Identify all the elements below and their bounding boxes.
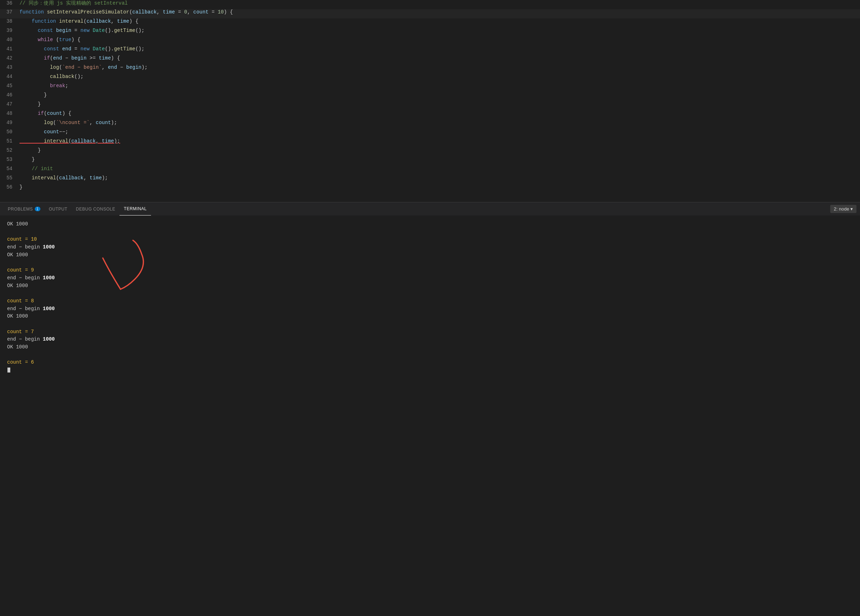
line-content: }: [19, 101, 41, 107]
line-number: 44: [0, 74, 19, 79]
line-number: 49: [0, 120, 19, 125]
line-number: 48: [0, 111, 19, 116]
line-number: 46: [0, 92, 19, 98]
terminal-line: [7, 320, 853, 328]
line-number: 37: [0, 9, 19, 15]
terminal-cursor-line: [7, 367, 853, 374]
terminal-line: count = 10: [7, 236, 853, 243]
line-content: interval(callback, time);: [19, 175, 108, 181]
terminal-line: [7, 351, 853, 359]
line-content: function setIntervalPreciseSimulator(cal…: [19, 9, 233, 15]
code-line-54: 54 // init: [0, 166, 860, 175]
line-content: if(end − begin >= time) {: [19, 55, 120, 61]
line-content: }: [19, 147, 41, 153]
tab-debug-console[interactable]: DEBUG CONSOLE: [72, 202, 119, 216]
terminal-line: OK 1000: [7, 282, 853, 290]
line-number: 56: [0, 184, 19, 190]
terminal-line: end − begin 1000: [7, 335, 853, 343]
line-content: log(`\ncount =`, count);: [19, 120, 117, 125]
code-line-55: 55 interval(callback, time);: [0, 175, 860, 184]
line-content: // init: [19, 166, 53, 172]
code-line-40: 40 while (true) {: [0, 37, 860, 46]
terminal-line: OK 1000: [7, 251, 853, 259]
terminal-line: count = 7: [7, 328, 853, 336]
line-content: }: [19, 92, 47, 98]
line-number: 51: [0, 138, 19, 144]
editor-area: 36// 同步：使用 js 实现精确的 setInterval37functio…: [0, 0, 860, 202]
terminal-dropdown[interactable]: 2: node ▾: [830, 205, 857, 213]
terminal-line: end − begin 1000: [7, 305, 853, 313]
terminal-line: OK 1000: [7, 343, 853, 351]
code-line-47: 47 }: [0, 101, 860, 111]
terminal-line: [7, 259, 853, 266]
line-content: }: [19, 157, 35, 162]
line-content: log(`end − begin`, end − begin);: [19, 64, 148, 70]
line-number: 55: [0, 175, 19, 181]
code-line-52: 52 }: [0, 147, 860, 157]
line-content: }: [19, 184, 23, 190]
code-line-50: 50 count−−;: [0, 129, 860, 138]
line-number: 41: [0, 46, 19, 52]
code-line-39: 39 const begin = new Date().getTime();: [0, 28, 860, 37]
line-number: 52: [0, 147, 19, 153]
terminal-line: OK 1000: [7, 221, 853, 228]
terminal-area: OK 1000 count = 10end − begin 1000OK 100…: [0, 215, 860, 616]
line-content: if(count) {: [19, 111, 71, 116]
code-line-43: 43 log(`end − begin`, end − begin);: [0, 64, 860, 74]
line-content: // 同步：使用 js 实现精确的 setInterval: [19, 0, 128, 6]
code-line-37: 37function setIntervalPreciseSimulator(c…: [0, 9, 860, 19]
terminal-line: end − begin 1000: [7, 274, 853, 282]
terminal-line: OK 1000: [7, 313, 853, 320]
line-content: const begin = new Date().getTime();: [19, 28, 144, 33]
terminal-line: [7, 228, 853, 236]
panel-tabs-bar: PROBLEMS1 OUTPUT DEBUG CONSOLE TERMINAL …: [0, 202, 860, 215]
terminal-line: count = 8: [7, 297, 853, 305]
code-line-45: 45 break;: [0, 83, 860, 92]
line-content: interval(callback, time);: [19, 138, 120, 144]
line-number: 36: [0, 0, 19, 6]
tab-output[interactable]: OUTPUT: [45, 202, 72, 216]
line-number: 54: [0, 166, 19, 172]
terminal-cursor: [8, 368, 10, 373]
terminal-line: count = 6: [7, 359, 853, 367]
line-number: 39: [0, 28, 19, 33]
code-line-38: 38 function interval(callback, time) {: [0, 19, 860, 28]
line-number: 42: [0, 55, 19, 61]
line-number: 47: [0, 101, 19, 107]
line-number: 45: [0, 83, 19, 89]
line-number: 40: [0, 37, 19, 42]
problems-badge: 1: [35, 207, 41, 211]
line-number: 50: [0, 129, 19, 135]
code-line-42: 42 if(end − begin >= time) {: [0, 55, 860, 64]
line-content: count−−;: [19, 129, 68, 135]
tab-terminal[interactable]: TERMINAL: [119, 202, 151, 216]
code-line-49: 49 log(`\ncount =`, count);: [0, 120, 860, 129]
code-line-46: 46 }: [0, 92, 860, 101]
terminal-line: [7, 290, 853, 297]
code-line-53: 53 }: [0, 157, 860, 166]
line-content: while (true) {: [19, 37, 80, 42]
code-line-56: 56}: [0, 184, 860, 194]
code-line-51: 51 interval(callback, time);: [0, 138, 860, 147]
code-line-44: 44 callback();: [0, 74, 860, 83]
line-content: break;: [19, 83, 68, 89]
line-content: const end = new Date().getTime();: [19, 46, 144, 52]
terminal-line: count = 9: [7, 266, 853, 274]
code-line-41: 41 const end = new Date().getTime();: [0, 46, 860, 55]
line-content: function interval(callback, time) {: [19, 19, 139, 24]
code-line-36: 36// 同步：使用 js 实现精确的 setInterval: [0, 0, 860, 9]
line-number: 38: [0, 19, 19, 24]
line-content: callback();: [19, 74, 84, 79]
tab-problems[interactable]: PROBLEMS1: [3, 202, 45, 216]
line-number: 43: [0, 64, 19, 70]
code-line-48: 48 if(count) {: [0, 111, 860, 120]
terminal-line: end − begin 1000: [7, 243, 853, 251]
line-number: 53: [0, 157, 19, 162]
